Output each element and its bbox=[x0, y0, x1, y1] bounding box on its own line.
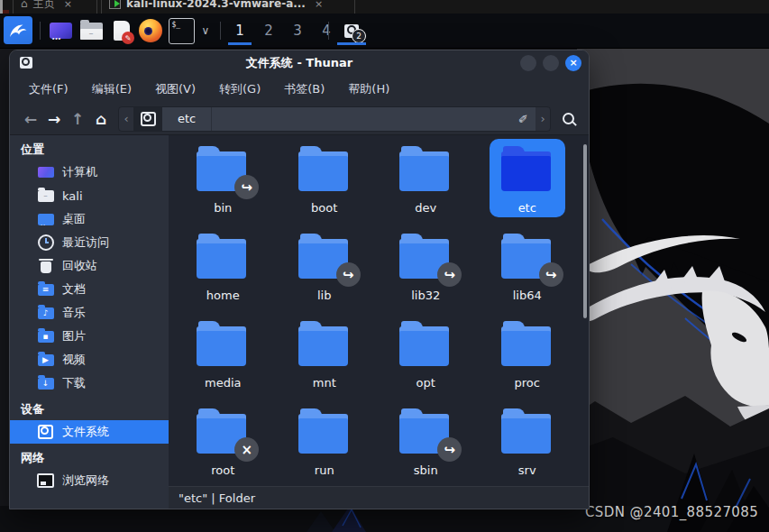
sidebar-item-label: kali bbox=[62, 189, 83, 203]
file-opt[interactable]: opt bbox=[388, 314, 463, 392]
screen: CSDN @2401_88527085 ⌂ 主页 × kali-linux-20… bbox=[0, 0, 769, 532]
file-label: root bbox=[211, 463, 234, 477]
launcher-terminal-emulator[interactable] bbox=[47, 17, 74, 44]
desktop-icon bbox=[37, 214, 54, 225]
search-icon bbox=[563, 113, 574, 124]
menu-go[interactable]: 转到(G) bbox=[207, 81, 272, 97]
sidebar-item-recent[interactable]: 最近访问 bbox=[10, 231, 169, 254]
status-text: "etc" | Folder bbox=[179, 491, 255, 505]
menu-bookmarks[interactable]: 书签(B) bbox=[272, 81, 336, 97]
file-root[interactable]: ×root bbox=[185, 401, 261, 480]
sidebar-item-filesystem[interactable]: 文件系统 bbox=[10, 420, 169, 444]
back-button[interactable]: ← bbox=[19, 110, 42, 128]
folder-icon bbox=[501, 321, 554, 366]
path-field[interactable]: ✎ bbox=[211, 107, 536, 131]
file-media[interactable]: media bbox=[185, 314, 261, 392]
up-button[interactable]: ↑ bbox=[66, 110, 89, 128]
sidebar-item-downloads[interactable]: 下载 bbox=[10, 371, 169, 395]
folder-icon: ↪ bbox=[501, 234, 554, 279]
launcher-terminal[interactable]: $_ bbox=[168, 17, 195, 44]
sidebar-item-computer[interactable]: 计算机 bbox=[10, 161, 169, 184]
sidebar-header-devices: 设备 bbox=[10, 399, 169, 420]
sidebar-item-desktop[interactable]: 桌面 bbox=[10, 207, 169, 231]
file-lib[interactable]: ↪lib bbox=[287, 226, 362, 305]
file-etc[interactable]: etc bbox=[490, 139, 565, 217]
vertical-scrollbar[interactable] bbox=[583, 144, 587, 318]
file-lib32[interactable]: ↪lib32 bbox=[388, 226, 463, 305]
file-label: sbin bbox=[414, 463, 438, 477]
file-bin[interactable]: ↪bin bbox=[185, 139, 261, 217]
applications-menu-button[interactable] bbox=[4, 16, 32, 44]
noaccess-emblem-icon: × bbox=[234, 437, 259, 462]
launcher-text-editor[interactable]: ✎ bbox=[108, 17, 135, 44]
sidebar-item-trash[interactable]: 回收站 bbox=[10, 254, 169, 278]
taskbar-separator bbox=[40, 22, 41, 40]
file-cell-boot: boot bbox=[274, 139, 376, 226]
folder-icon bbox=[197, 234, 249, 279]
sidebar-item-label: 文档 bbox=[62, 281, 86, 298]
edit-path-icon[interactable]: ✎ bbox=[517, 114, 530, 124]
file-label: bin bbox=[214, 201, 232, 215]
kali-home-icon bbox=[37, 190, 54, 202]
menu-file[interactable]: 文件(F) bbox=[17, 81, 80, 97]
file-cell-root: ×root bbox=[172, 401, 274, 486]
home-button[interactable]: ⌂ bbox=[89, 110, 113, 128]
workspace-2[interactable]: 2 bbox=[254, 16, 283, 45]
folder-icon: ↪ bbox=[399, 408, 452, 454]
sidebar-item-pictures[interactable]: 图片 bbox=[10, 325, 169, 348]
path-segment-etc[interactable]: etc bbox=[162, 107, 211, 131]
sidebar-item-documents[interactable]: 文档 bbox=[10, 278, 169, 301]
browse-network-icon bbox=[37, 473, 54, 488]
file-srv[interactable]: srv bbox=[490, 401, 565, 480]
toolbar: ← → ↑ ⌂ ‹ etc ✎ › bbox=[10, 103, 589, 135]
filesystem-root-button[interactable] bbox=[133, 107, 162, 131]
folder-icon: × bbox=[197, 408, 249, 454]
file-cell-opt: opt bbox=[375, 314, 477, 401]
workspace-3[interactable]: 3 bbox=[283, 16, 312, 45]
workspace-1[interactable]: 1 bbox=[225, 16, 254, 45]
launcher-file-manager[interactable] bbox=[78, 17, 105, 44]
vm-tab-close-icon[interactable]: × bbox=[315, 0, 323, 10]
file-boot[interactable]: boot bbox=[287, 139, 362, 217]
file-run[interactable]: run bbox=[287, 401, 362, 480]
menu-edit[interactable]: 编辑(E) bbox=[80, 81, 143, 97]
sidebar-item-browse-network[interactable]: 浏览网络 bbox=[10, 469, 169, 492]
symlink-emblem-icon: ↪ bbox=[437, 437, 462, 462]
path-scroll-right-icon[interactable]: › bbox=[536, 112, 550, 125]
path-scroll-left-icon[interactable]: ‹ bbox=[119, 112, 133, 125]
minimize-button[interactable] bbox=[520, 55, 536, 71]
file-proc[interactable]: proc bbox=[490, 314, 565, 392]
home-tab-close-icon[interactable]: × bbox=[64, 0, 72, 10]
file-home[interactable]: home bbox=[185, 226, 261, 305]
launcher-firefox[interactable] bbox=[137, 17, 164, 44]
tab-vm-kali[interactable]: kali-linux-2024.3-vmware-a... × bbox=[101, 0, 355, 14]
file-dev[interactable]: dev bbox=[388, 139, 463, 217]
sidebar-item-kali-home[interactable]: kali bbox=[10, 184, 169, 207]
menu-view[interactable]: 视图(V) bbox=[143, 81, 207, 97]
folder-icon bbox=[501, 146, 554, 191]
file-cell-sbin: ↪sbin bbox=[375, 401, 477, 486]
file-label: proc bbox=[515, 376, 540, 390]
videos-icon bbox=[37, 354, 54, 366]
file-lib64[interactable]: ↪lib64 bbox=[490, 226, 565, 305]
vm-running-icon bbox=[109, 0, 121, 9]
folder-icon bbox=[298, 408, 351, 454]
titlebar[interactable]: 文件系统 - Thunar × bbox=[10, 50, 589, 76]
forward-button[interactable]: → bbox=[42, 110, 66, 128]
sidebar-item-videos[interactable]: 视频 bbox=[10, 348, 169, 371]
file-mnt[interactable]: mnt bbox=[287, 314, 362, 392]
menu-help[interactable]: 帮助(H) bbox=[336, 81, 401, 97]
tab-home[interactable]: ⌂ 主页 × bbox=[13, 0, 97, 14]
file-cell-lib: ↪lib bbox=[274, 226, 376, 314]
sidebar-item-label: 浏览网络 bbox=[62, 472, 109, 489]
thunar-window-list-button[interactable]: 2 bbox=[335, 16, 368, 45]
close-button[interactable]: × bbox=[565, 55, 581, 71]
trash-icon bbox=[37, 260, 54, 273]
maximize-button[interactable] bbox=[543, 55, 559, 71]
file-sbin[interactable]: ↪sbin bbox=[388, 401, 463, 480]
sidebar-item-music[interactable]: 音乐 bbox=[10, 301, 169, 325]
sidebar-item-label: 视频 bbox=[62, 352, 86, 368]
launcher-dropdown-button[interactable]: ∨ bbox=[197, 17, 215, 44]
search-button[interactable] bbox=[556, 113, 580, 124]
symlink-emblem-icon: ↪ bbox=[539, 262, 563, 287]
